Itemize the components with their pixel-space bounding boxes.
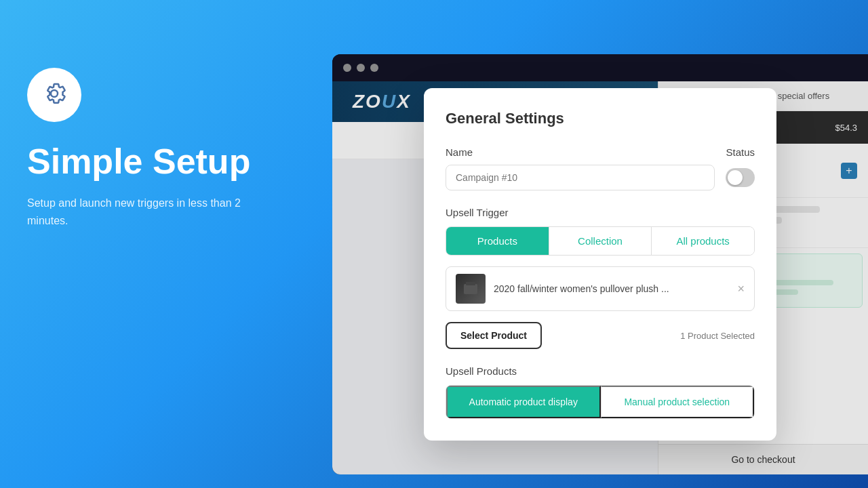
hero-title: Simple Setup (27, 142, 271, 181)
product-name: 2020 fall/winter women's pullover plush … (494, 283, 729, 294)
browser-dot-3 (370, 64, 378, 72)
selected-product-row: 2020 fall/winter women's pullover plush … (446, 266, 755, 311)
product-count: 1 Product Selected (680, 331, 755, 341)
product-remove-button[interactable]: × (737, 283, 745, 295)
select-product-row: Select Product 1 Product Selected (446, 322, 755, 349)
modal-title: General Settings (446, 110, 755, 127)
status-label: Status (726, 146, 755, 158)
product-thumbnail (456, 274, 486, 304)
name-status-row: Name Status (446, 146, 755, 158)
hero-subtitle: Setup and launch new triggers in less th… (27, 195, 271, 229)
browser-mockup: ZOUX ⊞ Dashboard $ Pricing Table Caption… (332, 54, 868, 474)
general-settings-modal: General Settings Name Status Upsell Trig… (424, 88, 776, 441)
product-thumb-image (456, 274, 486, 304)
tab-products[interactable]: Products (446, 227, 549, 255)
browser-dot-1 (343, 64, 351, 72)
campaign-name-input[interactable] (446, 165, 715, 190)
tab-collection[interactable]: Collection (549, 227, 652, 255)
upsell-tab-group: Automatic product display Manual product… (446, 385, 755, 419)
modal-overlay: General Settings Name Status Upsell Trig… (332, 81, 868, 474)
browser-dot-2 (357, 64, 365, 72)
name-label: Name (446, 146, 473, 158)
svg-rect-7 (464, 284, 477, 294)
tab-all-products[interactable]: All products (652, 227, 754, 255)
toggle-knob (728, 170, 743, 185)
svg-rect-8 (466, 282, 475, 285)
upsell-trigger-label: Upsell Trigger (446, 207, 755, 218)
browser-content: ZOUX ⊞ Dashboard $ Pricing Table Caption… (332, 81, 868, 474)
trigger-tab-group: Products Collection All products (446, 226, 755, 256)
upsell-products-label: Upsell Products (446, 365, 755, 377)
left-panel: Simple Setup Setup and launch new trigge… (27, 68, 271, 229)
upsell-tab-manual[interactable]: Manual product selection (601, 386, 755, 418)
browser-titlebar (332, 54, 868, 81)
status-toggle[interactable] (726, 168, 755, 187)
gear-circle (27, 68, 81, 122)
upsell-tab-automatic[interactable]: Automatic product display (446, 386, 601, 418)
gear-icon (41, 80, 68, 110)
select-product-button[interactable]: Select Product (446, 322, 542, 349)
